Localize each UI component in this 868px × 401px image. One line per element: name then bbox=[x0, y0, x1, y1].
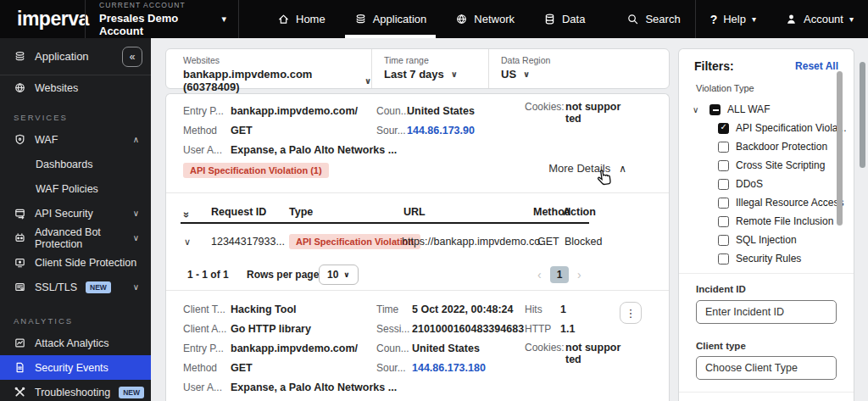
sidebar-item-ssl-tls[interactable]: SSL/TLS NEW ∨ bbox=[0, 275, 151, 299]
divider bbox=[679, 273, 854, 274]
expand-row-icon[interactable]: ∨ bbox=[184, 237, 191, 248]
search-button[interactable]: Search bbox=[612, 0, 694, 38]
help-menu[interactable]: ? Help ▾ bbox=[696, 0, 771, 38]
reset-all-link[interactable]: Reset All bbox=[795, 60, 838, 72]
cell-method: GET bbox=[537, 236, 559, 248]
sidebar-item-label: Attack Analytics bbox=[35, 337, 109, 349]
sidebar-item-api-security[interactable]: API Security ∨ bbox=[0, 201, 151, 226]
nav-home[interactable]: Home bbox=[263, 0, 340, 38]
account-switcher[interactable]: CURRENT ACCOUNT Presales Demo Account ▾ bbox=[86, 0, 238, 38]
col-type: Type bbox=[289, 206, 313, 218]
field-value: Expanse, a Palo Alto Networks ... bbox=[231, 382, 397, 393]
topbar-right: Search ? Help ▾ Account ▾ bbox=[612, 0, 868, 38]
sidebar-item-label: WAF bbox=[35, 134, 58, 146]
sidebar-item-client-side-protection[interactable]: Client Side Protection bbox=[0, 250, 151, 275]
sidebar-item-troubleshooting[interactable]: Troubleshooting NEW bbox=[0, 380, 151, 401]
field-value: Hacking Tool bbox=[231, 304, 297, 315]
sidebar-item-dashboards[interactable]: Dashboards bbox=[0, 152, 151, 176]
filter-option-label: Security Rules bbox=[736, 253, 801, 265]
nav-data[interactable]: Data bbox=[529, 0, 599, 38]
page-number-button[interactable]: 1 bbox=[550, 266, 569, 283]
checkbox[interactable] bbox=[718, 253, 729, 265]
filter-option[interactable]: Illegal Resource Access bbox=[679, 193, 854, 212]
filter-option[interactable]: Backdoor Protection bbox=[679, 137, 854, 156]
panel-scrollbar[interactable] bbox=[837, 71, 843, 226]
time-range-selector[interactable]: Time range Last 7 days∨ bbox=[371, 49, 488, 88]
tools-icon bbox=[14, 386, 26, 398]
sidebar-item-label: SSL/TLS bbox=[35, 281, 77, 293]
filter-option[interactable]: Remote File Inclusion bbox=[679, 212, 854, 231]
incident-id-input[interactable] bbox=[696, 300, 837, 324]
nav-network[interactable]: Network bbox=[441, 0, 529, 38]
rows-per-page-select[interactable]: 10 ∨ bbox=[319, 265, 359, 285]
table-row[interactable]: ∨ 12344317933... API Specification Viola… bbox=[181, 224, 589, 259]
chevron-down-icon: ▾ bbox=[221, 14, 226, 25]
rows-per-page-value: 10 bbox=[327, 269, 338, 281]
expand-all-icon[interactable]: « bbox=[179, 212, 192, 218]
row-actions-menu-button[interactable]: ⋮ bbox=[620, 302, 642, 324]
sidebar-item-label: Websites bbox=[35, 82, 78, 94]
filter-option[interactable]: Security Rules bbox=[679, 249, 854, 268]
prev-page-button[interactable]: ‹ bbox=[537, 268, 542, 281]
source-ip-link[interactable]: 144.86.173.90 bbox=[407, 125, 475, 136]
sidebar-item-attack-analytics[interactable]: Attack Analytics bbox=[0, 331, 151, 355]
sidebar-item-label: Troubleshooting bbox=[35, 387, 110, 398]
chevron-down-icon[interactable]: ∨ bbox=[693, 105, 703, 114]
field-value: GET bbox=[231, 125, 253, 136]
field-label: User A... bbox=[183, 144, 231, 156]
websites-selector[interactable]: Websites bankapp.impvdemo.com (60378409)… bbox=[166, 49, 371, 88]
checkbox[interactable] bbox=[718, 123, 729, 134]
event-fields-column: Client T...Hacking Tool Client A...Go HT… bbox=[183, 299, 397, 397]
shield-icon bbox=[14, 133, 26, 146]
violation-type-tag[interactable]: API Specification Violation (1) bbox=[183, 163, 329, 178]
nav-application[interactable]: Application bbox=[340, 0, 442, 38]
chevron-down-icon: ∨ bbox=[133, 209, 139, 218]
field-label: Method bbox=[183, 125, 231, 136]
checkbox[interactable] bbox=[718, 160, 729, 171]
field-label: Cookies: bbox=[525, 101, 565, 113]
filter-option-all-waf[interactable]: ∨ ALL WAF bbox=[679, 100, 854, 119]
checkbox[interactable] bbox=[718, 179, 729, 190]
field-label: Sour... bbox=[376, 362, 412, 374]
event-fields-column: Time5 Oct 2022, 00:48:24 Sessi...2101000… bbox=[376, 299, 524, 377]
bot-icon bbox=[14, 231, 26, 244]
source-ip-link[interactable]: 144.86.173.180 bbox=[412, 362, 486, 374]
filter-option-label: DDoS bbox=[736, 178, 763, 190]
filter-option[interactable]: Cross Site Scripting bbox=[679, 156, 854, 175]
event-fields-column: Hits1 HTTP1.1 Cookies:not supported bbox=[525, 299, 623, 365]
col-url: URL bbox=[403, 206, 426, 218]
event-fields-column: Coun...United States Sour...144.86.173.9… bbox=[376, 101, 475, 140]
next-page-button[interactable]: › bbox=[577, 268, 581, 281]
sidebar-section-services: SERVICES bbox=[0, 100, 151, 127]
checkbox[interactable] bbox=[718, 198, 729, 209]
checkbox[interactable] bbox=[718, 142, 729, 153]
filter-option[interactable]: API Specification Viola... bbox=[679, 119, 854, 137]
page-scrollbar[interactable] bbox=[860, 62, 865, 168]
sidebar-item-websites[interactable]: Websites bbox=[0, 75, 151, 100]
sidebar-item-advanced-bot-protection[interactable]: Advanced Bot Protection ∨ bbox=[0, 226, 151, 250]
new-badge: NEW bbox=[119, 387, 144, 398]
sidebar: Application « Websites SERVICES WAF ∧ Da… bbox=[0, 38, 151, 401]
filter-option-label: Cross Site Scripting bbox=[736, 159, 825, 171]
websites-label: Websites bbox=[183, 55, 371, 65]
account-menu[interactable]: Account ▾ bbox=[771, 0, 868, 38]
chevron-down-icon: ∨ bbox=[451, 70, 458, 79]
collapse-sidebar-button[interactable]: « bbox=[122, 47, 142, 67]
checkbox[interactable] bbox=[718, 216, 729, 227]
checkbox[interactable] bbox=[709, 104, 721, 115]
filter-option[interactable]: DDoS bbox=[679, 175, 854, 193]
time-range-value: Last 7 days bbox=[384, 68, 444, 81]
filter-option[interactable]: SQL Injection bbox=[679, 231, 854, 249]
client-type-input[interactable] bbox=[696, 356, 837, 380]
chevron-down-icon: ∨ bbox=[133, 282, 139, 292]
data-region-selector[interactable]: Data Region US∨ bbox=[488, 49, 669, 88]
violation-type-tree: ∨ ALL WAF API Specification Viola... Bac… bbox=[679, 100, 854, 268]
sidebar-item-security-events[interactable]: Security Events bbox=[0, 355, 151, 380]
checkbox[interactable] bbox=[718, 235, 729, 246]
filters-panel: Filters: Reset All Violation Type ∨ ALL … bbox=[678, 48, 854, 401]
field-value: United States bbox=[407, 105, 475, 117]
more-details-toggle[interactable]: More Details ∧ bbox=[548, 162, 626, 175]
sidebar-item-waf-policies[interactable]: WAF Policies bbox=[0, 176, 151, 201]
sidebar-item-waf[interactable]: WAF ∧ bbox=[0, 127, 151, 152]
chevron-down-icon: ∨ bbox=[364, 76, 371, 86]
